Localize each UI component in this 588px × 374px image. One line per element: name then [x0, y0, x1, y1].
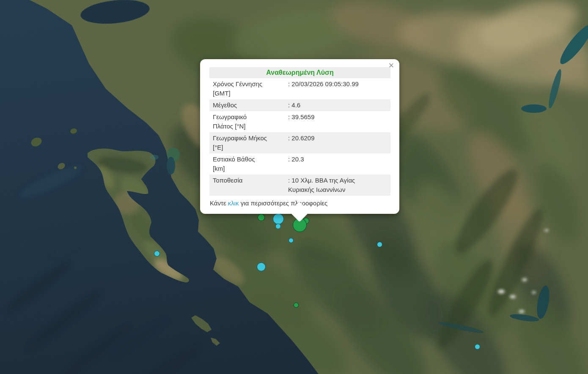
earthquake-marker[interactable] [275, 224, 281, 229]
earthquake-marker[interactable] [257, 262, 266, 271]
table-row: Μέγεθος : 4.6 [209, 99, 390, 111]
footer-text: Κάντε [210, 199, 228, 207]
row-value: : 20.3 [285, 153, 390, 175]
earthquake-marker[interactable] [289, 238, 294, 243]
row-value: : 20.6209 [285, 132, 390, 153]
row-label: Γεωγραφικό Μήκος [°E] [209, 132, 285, 153]
table-row: Γεωγραφικό Μήκος [°E] : 20.6209 [209, 132, 390, 153]
popup-table: Χρόνος Γέννησης [GMT] : 20/03/2026 09:05… [209, 78, 390, 196]
earthquake-marker[interactable] [294, 303, 299, 308]
row-value: : 4.6 [285, 99, 390, 111]
row-label: Γεωγραφικό Πλάτος [°N] [209, 111, 285, 132]
footer-text: για περισσότερες πληροφορίες [239, 199, 328, 207]
row-label: Τοποθεσία [209, 175, 285, 196]
earthquake-marker[interactable] [273, 213, 284, 224]
earthquake-marker[interactable] [154, 251, 160, 257]
earthquake-popup: × Αναθεωρημένη Λύση Χρόνος Γέννησης [GMT… [200, 59, 399, 214]
row-label: Μέγεθος [209, 99, 285, 111]
earthquake-marker[interactable] [377, 242, 382, 247]
more-info-link[interactable]: κλικ [228, 199, 239, 207]
row-value: : 20/03/2026 09:05:30.99 [285, 78, 390, 99]
row-value: : 10 Χλμ. ΒΒΑ της Αγίας Κυριακής Ιωαννίν… [285, 175, 390, 196]
table-row: Εστιακό Βάθος [km] : 20.3 [209, 153, 390, 175]
popup-close-button[interactable]: × [387, 62, 395, 69]
earthquake-marker[interactable] [475, 344, 480, 349]
row-label: Χρόνος Γέννησης [GMT] [209, 78, 285, 99]
row-label: Εστιακό Βάθος [km] [209, 153, 285, 175]
popup-title: Αναθεωρημένη Λύση [209, 67, 390, 78]
table-row: Τοποθεσία : 10 Χλμ. ΒΒΑ της Αγίας Κυριακ… [209, 175, 390, 196]
row-value: : 39.5659 [285, 111, 390, 132]
table-row: Χρόνος Γέννησης [GMT] : 20/03/2026 09:05… [209, 78, 390, 99]
earthquake-marker[interactable] [258, 214, 265, 221]
table-row: Γεωγραφικό Πλάτος [°N] : 39.5659 [209, 111, 390, 132]
